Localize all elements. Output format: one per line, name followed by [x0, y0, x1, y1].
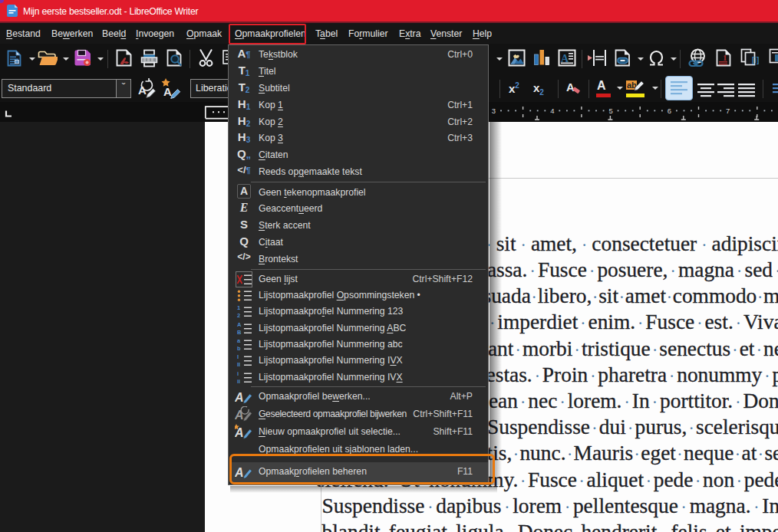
svg-text:B: B	[237, 329, 242, 336]
svg-text:b: b	[237, 345, 241, 352]
svg-text:i: i	[237, 370, 239, 377]
svg-text:2: 2	[237, 312, 240, 319]
svg-text:I: I	[237, 353, 239, 360]
svg-text:ii: ii	[237, 378, 240, 385]
svg-text:1: 1	[237, 304, 240, 311]
svg-text:a: a	[237, 337, 241, 344]
svg-text:A: A	[235, 391, 244, 404]
svg-text:II: II	[237, 361, 240, 368]
svg-text:A: A	[235, 409, 244, 422]
svg-text:A: A	[237, 321, 242, 328]
